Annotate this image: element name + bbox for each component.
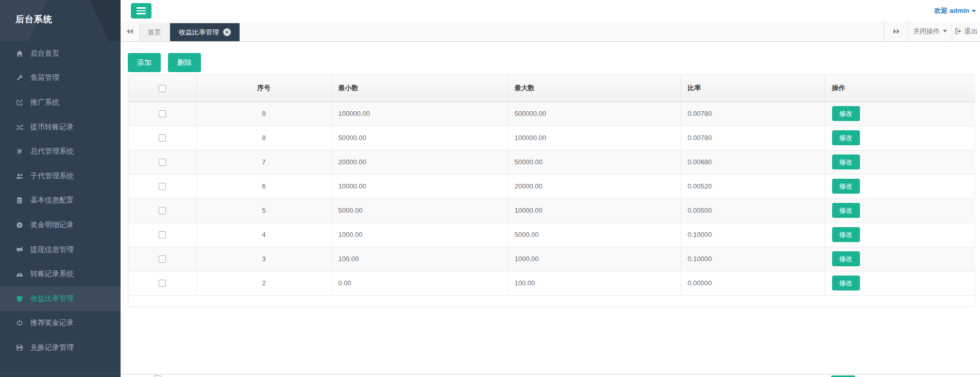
- tab-profit-ratio-management[interactable]: 收益比率管理 ✕: [170, 23, 240, 41]
- table-row: 20.00100.000.00000修改: [128, 271, 975, 295]
- sidebar-item-tachometer[interactable]: 转账记录系统: [0, 262, 121, 286]
- column-header-rate: 比率: [681, 75, 825, 101]
- sidebar-item-save[interactable]: 兑换记录管理: [0, 335, 121, 360]
- delete-button[interactable]: 删除: [168, 53, 201, 72]
- cell-max: 100.00: [508, 271, 681, 295]
- clipped-next-page-row: 9100000.00500000.000.00780: [121, 374, 980, 377]
- cell-rate: 0.00680: [681, 150, 825, 174]
- row-checkbox[interactable]: [159, 183, 166, 190]
- sidebar-item-label: 总代管理系统: [30, 147, 74, 156]
- sidebar-item-label: 子代管理系统: [30, 172, 74, 181]
- select-all-checkbox[interactable]: [159, 85, 166, 92]
- save-icon: [15, 344, 24, 351]
- sidebar-nav: 后台首页鱼苗管理推广系统提币转账记录总代管理系统子代管理系统基本信息配置奖金明细…: [0, 41, 121, 360]
- sidebar-item-power[interactable]: 推荐奖金记录: [0, 311, 121, 336]
- sidebar-item-file-text[interactable]: 基本信息配置: [0, 188, 121, 213]
- content-area: 添加 删除 序号 最小数 最大数 比率 操作: [121, 42, 980, 377]
- cell-max: 20000.00: [508, 174, 681, 198]
- modify-button[interactable]: 修改: [832, 106, 860, 121]
- sidebar-item-shuffle[interactable]: 提币转账记录: [0, 115, 121, 140]
- tabs-scroll-left-button[interactable]: [121, 21, 139, 41]
- sidebar-item-label: 奖金明细记录: [30, 220, 74, 230]
- sidebar-item-label: 转账记录系统: [30, 269, 74, 279]
- power-icon: [15, 319, 24, 327]
- asterisk-icon: [15, 148, 24, 155]
- cell-min: 100.00: [331, 247, 508, 271]
- logout-button[interactable]: 退出: [952, 21, 980, 41]
- column-header-seq: 序号: [196, 75, 331, 101]
- cell-min: 1000.00: [331, 222, 508, 247]
- modify-button[interactable]: 修改: [832, 227, 860, 242]
- shield-icon: [15, 295, 24, 302]
- cell-seq: 3: [196, 247, 331, 271]
- sidebar-item-shield[interactable]: 收益比率管理: [0, 286, 121, 311]
- wrench-icon: [15, 74, 24, 81]
- cell-min: 20000.00: [331, 150, 508, 174]
- cell-seq: 7: [196, 150, 331, 174]
- modify-button[interactable]: 修改: [832, 179, 860, 194]
- cell-min: 10000.00: [331, 174, 508, 198]
- close-tab-icon[interactable]: ✕: [223, 28, 231, 36]
- sidebar-item-cogs[interactable]: 奖金明细记录: [0, 213, 121, 237]
- sidebar-item-asterisk[interactable]: 总代管理系统: [0, 139, 121, 164]
- tachometer-icon: [15, 270, 24, 278]
- row-checkbox[interactable]: [159, 110, 166, 117]
- add-button[interactable]: 添加: [128, 53, 161, 72]
- table-row: 55000.0010000.000.00500修改: [128, 198, 975, 222]
- double-right-arrow-icon: [893, 28, 900, 35]
- row-checkbox[interactable]: [159, 255, 166, 263]
- row-checkbox[interactable]: [159, 207, 166, 214]
- topbar: 欢迎 admin: [121, 0, 980, 22]
- modify-button[interactable]: 修改: [832, 203, 860, 218]
- sidebar-item-label: 推荐奖金记录: [30, 318, 74, 328]
- cell-seq: 5: [196, 198, 331, 222]
- sidebar-item-wrench[interactable]: 鱼苗管理: [0, 66, 121, 91]
- cell-min: 100000.00: [331, 101, 508, 126]
- cell-seq: 9: [196, 101, 331, 126]
- shuffle-icon: [15, 124, 24, 131]
- column-header-max: 最大数: [508, 75, 681, 101]
- modify-button[interactable]: 修改: [832, 276, 860, 290]
- data-table-panel: 序号 最小数 最大数 比率 操作 9100000.00500000.000.00…: [128, 75, 975, 307]
- sidebar: 后台系统 后台首页鱼苗管理推广系统提币转账记录总代管理系统子代管理系统基本信息配…: [0, 0, 121, 377]
- sign-out-icon: [955, 28, 961, 35]
- row-checkbox[interactable]: [159, 231, 166, 238]
- sidebar-item-label: 基本信息配置: [30, 196, 74, 205]
- sidebar-item-bullhorn[interactable]: 提现信息管理: [0, 237, 121, 262]
- row-checkbox[interactable]: [159, 280, 166, 287]
- welcome-user-dropdown[interactable]: 欢迎 admin: [934, 6, 976, 15]
- cell-max: 50000.00: [508, 150, 681, 174]
- file-text-icon: [15, 197, 24, 204]
- table-row: 9100000.00500000.000.00780修改: [128, 101, 975, 126]
- cell-rate: 0.10000: [681, 247, 825, 271]
- column-header-min: 最小数: [331, 75, 508, 101]
- menu-toggle-button[interactable]: [131, 3, 151, 19]
- cell-max: 100000.00: [508, 126, 681, 150]
- toolbar: 添加 删除: [128, 53, 201, 72]
- sidebar-item-users[interactable]: 子代管理系统: [0, 164, 121, 188]
- welcome-user-label: 欢迎 admin: [934, 6, 969, 15]
- column-header-ops: 操作: [825, 75, 975, 101]
- close-operations-dropdown[interactable]: 关闭操作: [908, 21, 952, 41]
- modify-button[interactable]: 修改: [832, 155, 860, 169]
- modify-button[interactable]: 修改: [832, 130, 860, 145]
- cell-rate: 0.00520: [681, 174, 825, 198]
- sidebar-item-home[interactable]: 后台首页: [0, 41, 121, 66]
- sidebar-item-edit[interactable]: 推广系统: [0, 90, 121, 115]
- cell-min: 5000.00: [331, 198, 508, 222]
- tabs-scroll-right-button[interactable]: [884, 21, 908, 41]
- tab-label: 首页: [148, 28, 161, 37]
- app-title: 后台系统: [0, 0, 121, 41]
- row-checkbox[interactable]: [159, 159, 166, 166]
- row-checkbox[interactable]: [159, 134, 166, 142]
- double-left-arrow-icon: [126, 28, 133, 35]
- table-header-row: 序号 最小数 最大数 比率 操作: [128, 75, 975, 101]
- sidebar-item-label: 鱼苗管理: [30, 73, 59, 82]
- modify-button[interactable]: 修改: [832, 251, 860, 266]
- chevron-down-icon: [943, 30, 947, 32]
- tab-home[interactable]: 首页: [139, 23, 170, 41]
- cell-rate: 0.00780: [681, 126, 825, 150]
- sidebar-item-label: 兑换记录管理: [30, 343, 74, 352]
- sidebar-item-label: 推广系统: [30, 98, 59, 107]
- cell-seq: 6: [196, 174, 331, 198]
